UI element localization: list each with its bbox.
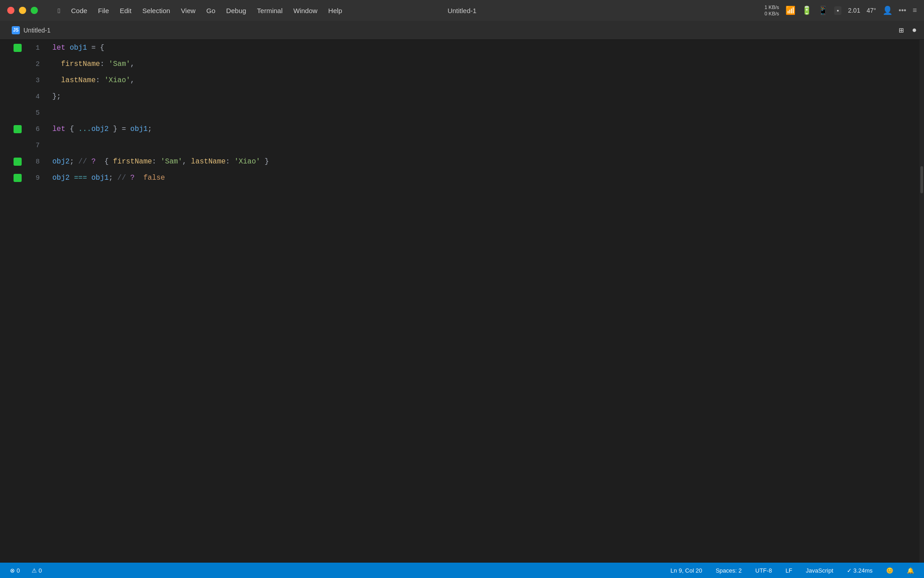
line-number: 7	[23, 137, 45, 154]
code-token: let	[52, 125, 69, 133]
code-token: obj1	[130, 125, 148, 133]
code-line: obj2; // ? { firstName: 'Sam', lastName:…	[52, 154, 919, 170]
code-token: :	[152, 158, 161, 166]
code-token: 'Sam'	[161, 158, 182, 166]
code-token: //	[117, 174, 130, 182]
code-line: firstName: 'Sam',	[52, 56, 919, 72]
tab-title: Untitled-1	[23, 27, 51, 34]
scrollbar-track[interactable]	[919, 40, 924, 563]
code-token	[69, 174, 74, 182]
code-token: ;	[109, 174, 117, 182]
debug-breakpoint[interactable]	[14, 158, 22, 166]
gutter-line	[0, 170, 23, 186]
window-title: Untitled-1	[448, 7, 476, 14]
line-number: 1	[23, 40, 45, 56]
debug-breakpoint[interactable]	[14, 174, 22, 182]
temperature: 47°	[867, 7, 876, 14]
debug-breakpoint[interactable]	[14, 44, 22, 52]
code-token: let	[52, 44, 69, 52]
code-token: obj1	[91, 174, 108, 182]
battery-icon: 🔋	[802, 5, 812, 15]
list-icon: ≡	[913, 6, 917, 14]
notification-bell[interactable]: 🔔	[904, 566, 917, 575]
split-editor-icon[interactable]: ⊞	[897, 23, 906, 37]
code-line: };	[52, 89, 919, 105]
apple-menu[interactable]: 	[52, 5, 65, 16]
network-status: 1 KB/s 0 KB/s	[764, 4, 779, 17]
code-line: let obj1 = {	[52, 40, 919, 56]
minimize-button[interactable]	[19, 7, 26, 14]
menu-debug[interactable]: Debug	[221, 5, 251, 16]
error-count[interactable]: ⊗ 0	[7, 566, 23, 575]
emoji-icon[interactable]: 😊	[883, 566, 896, 575]
menu-help[interactable]: Help	[323, 5, 348, 16]
titlebar-left:  Code File Edit Selection View Go Debug…	[7, 5, 347, 16]
close-button[interactable]	[7, 7, 14, 14]
maximize-button[interactable]	[31, 7, 38, 14]
code-token	[96, 158, 104, 166]
wifi-icon: 📶	[785, 5, 795, 15]
extensions-icon: •••	[899, 6, 906, 14]
code-line	[52, 105, 919, 121]
code-token: {	[104, 158, 113, 166]
line-number: 6	[23, 121, 45, 137]
gutter-line	[0, 56, 23, 72]
menu-selection[interactable]: Selection	[137, 5, 176, 16]
phone-icon: 📱	[818, 5, 828, 15]
cursor-position[interactable]: Ln 9, Col 20	[668, 566, 705, 575]
menu-file[interactable]: File	[92, 5, 114, 16]
code-token: {	[69, 125, 78, 133]
code-token: false	[143, 174, 165, 182]
code-token: obj2	[52, 174, 69, 182]
code-token: } =	[109, 125, 130, 133]
code-token: 'Sam'	[109, 60, 130, 68]
menu-edit[interactable]: Edit	[115, 5, 137, 16]
editor-gutter	[0, 40, 23, 563]
gutter-line	[0, 137, 23, 154]
timing-info: ✓ 3.24ms	[844, 566, 875, 575]
code-line: obj2 === obj1; // ? false	[52, 170, 919, 186]
code-token: lastName	[191, 158, 226, 166]
menu-code[interactable]: Code	[65, 5, 92, 16]
code-token	[87, 174, 92, 182]
menu-bar:  Code File Edit Selection View Go Debug…	[52, 5, 347, 16]
code-token: :	[96, 76, 104, 84]
scrollbar-thumb[interactable]	[920, 166, 923, 193]
code-token: ,	[182, 158, 191, 166]
debug-breakpoint[interactable]	[14, 125, 22, 133]
code-token	[134, 174, 143, 182]
code-token: :	[226, 158, 234, 166]
titlebar:  Code File Edit Selection View Go Debug…	[0, 0, 924, 21]
line-ending[interactable]: LF	[783, 566, 795, 575]
menu-go[interactable]: Go	[201, 5, 221, 16]
code-token: ...	[79, 125, 92, 133]
avatar-icon[interactable]: 👤	[882, 5, 892, 15]
traffic-lights	[7, 7, 38, 14]
code-token: = {	[87, 44, 104, 52]
code-token: //	[79, 158, 92, 166]
code-line	[52, 137, 919, 154]
code-token: ===	[74, 174, 87, 182]
code-token: ;	[148, 125, 152, 133]
gutter-line	[0, 72, 23, 89]
menu-view[interactable]: View	[176, 5, 201, 16]
code-token: 'Xiao'	[104, 76, 130, 84]
warning-count[interactable]: ⚠ 0	[29, 566, 45, 575]
warning-icon: ⚠	[32, 567, 39, 574]
indentation[interactable]: Spaces: 2	[713, 566, 744, 575]
dot-icon: ●	[910, 24, 919, 37]
language-mode[interactable]: JavaScript	[803, 566, 836, 575]
file-encoding[interactable]: UTF-8	[753, 566, 775, 575]
code-editor[interactable]: let obj1 = { firstName: 'Sam', lastName:…	[45, 40, 919, 563]
code-token: ,	[130, 60, 135, 68]
code-token: ;	[69, 158, 78, 166]
menu-window[interactable]: Window	[288, 5, 323, 16]
gutter-line	[0, 121, 23, 137]
display-icon: ▪	[834, 6, 842, 15]
error-icon: ⊗	[10, 567, 17, 574]
gutter-line	[0, 89, 23, 105]
code-token: ,	[130, 76, 135, 84]
active-tab[interactable]: JS Untitled-1	[5, 23, 57, 37]
statusbar-right: Ln 9, Col 20 Spaces: 2 UTF-8 LF JavaScri…	[668, 566, 917, 575]
menu-terminal[interactable]: Terminal	[252, 5, 288, 16]
